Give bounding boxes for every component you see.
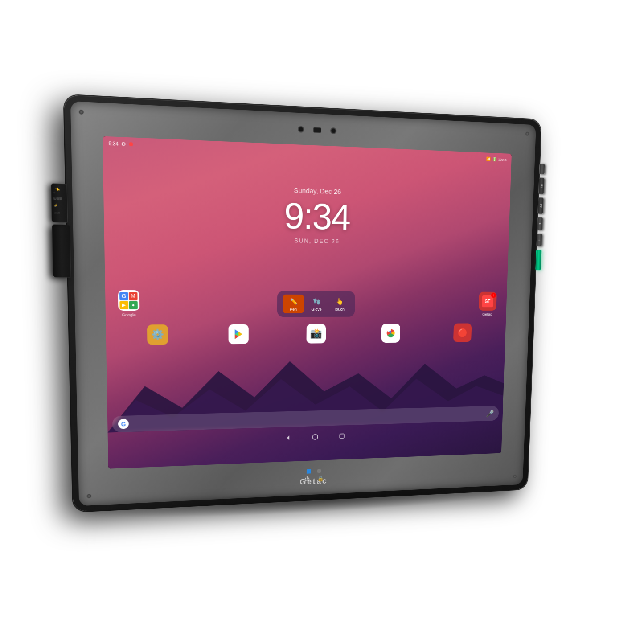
camera-sensor	[313, 127, 321, 133]
glove-label: Glove	[311, 307, 321, 312]
svg-rect-9	[340, 434, 344, 438]
time-display: 9:34	[103, 192, 510, 238]
notification-dot	[129, 142, 133, 146]
volume-up-icon: +	[539, 222, 541, 226]
clock-area: Sunday, Dec 26 9:34 SUN, DEC 26	[103, 180, 510, 247]
screw-tr	[525, 131, 529, 136]
p1-label: P1	[540, 184, 543, 188]
touch-label: Touch	[334, 307, 345, 312]
home-button[interactable]	[310, 432, 320, 442]
port-label-3: ▲	[53, 204, 60, 207]
app5-icon[interactable]: 🔴	[451, 323, 474, 344]
camera-lens	[298, 126, 304, 132]
screw-br	[513, 474, 517, 478]
volume-down-icon: −	[538, 238, 540, 242]
wifi-led	[306, 469, 311, 473]
recents-button[interactable]	[337, 431, 346, 441]
volume-down-button[interactable]: −	[536, 233, 542, 246]
settings-icon: ⚙	[121, 140, 126, 147]
wifi-icon: 📶	[486, 156, 490, 161]
getac-app-label: Getac	[482, 312, 492, 316]
bottom-led-indicators	[306, 468, 321, 473]
photos-app-icon[interactable]: 📸	[304, 324, 328, 345]
tablet-bezel: 9:34 ⚙ 📶 🔋 100% Sunday, Dec 26	[70, 101, 536, 506]
port-icons-2: ⏚ HDMI ▲ USB	[53, 190, 60, 214]
google-app-label: Google	[122, 312, 136, 317]
port-label-2: HDMI	[53, 197, 60, 201]
tablet-body: 9:34 ⚙ 📶 🔋 100% Sunday, Dec 26	[64, 94, 541, 511]
pen-label: Pen	[290, 307, 297, 311]
glove-icon: 🧤	[310, 296, 323, 306]
android-screen: 9:34 ⚙ 📶 🔋 100% Sunday, Dec 26	[102, 136, 511, 468]
screen-container: 9:34 ⚙ 📶 🔋 100% Sunday, Dec 26	[102, 136, 511, 468]
battery-percent: 100%	[498, 157, 506, 162]
right-side-buttons: P1 P2 + −	[535, 164, 545, 270]
bottom-indicators: ⏻ 🔒	[304, 475, 324, 482]
status-time: 9:34	[108, 140, 118, 146]
chrome-app-icon[interactable]	[379, 324, 402, 345]
product-scene: 9:34 ⚙ 📶 🔋 100% Sunday, Dec 26	[55, 77, 590, 567]
svg-point-8	[312, 434, 318, 439]
p1-button[interactable]: P1	[538, 177, 544, 194]
svg-marker-7	[287, 435, 289, 440]
google-app-icon[interactable]: G M ▶ ● Google	[115, 290, 142, 317]
svg-marker-5	[238, 332, 242, 336]
port-label-1: ⏚	[53, 190, 60, 193]
touch-mode-button[interactable]: 👆 Touch	[328, 295, 350, 313]
status-right: 📶 🔋 100%	[486, 156, 507, 162]
playstore-app-icon[interactable]	[226, 324, 251, 346]
volume-up-button[interactable]: +	[537, 217, 543, 230]
battery-icon: 🔋	[492, 157, 496, 161]
pen-icon: ✏️	[287, 296, 299, 306]
screw-bl	[86, 493, 91, 498]
status-bar: 9:34 ⚙ 📶 🔋 100%	[102, 136, 511, 166]
settings-app-icon[interactable]: ⚙️	[144, 324, 170, 347]
voice-search-icon[interactable]: 🎤	[486, 409, 494, 417]
google-app-group: G M ▶ ● Google	[115, 290, 142, 317]
touch-icon: 👆	[333, 296, 345, 306]
glove-mode-button[interactable]: 🧤 Glove	[306, 294, 327, 313]
bt-led	[317, 468, 321, 473]
google-g-icon: G	[118, 418, 128, 429]
scan-power-button[interactable]	[535, 250, 541, 270]
front-camera	[298, 126, 336, 134]
input-mode-widget: ✏️ Pen 🧤 Glove 👆 Touch	[277, 291, 355, 317]
pen-mode-button[interactable]: ✏️ Pen	[283, 294, 304, 313]
p2-button[interactable]: P2	[537, 197, 544, 214]
port-cover-2: ⏚ HDMI ▲ USB	[52, 224, 71, 277]
camera-lens-2	[330, 127, 336, 134]
app-row-2: ⚙️ 📸	[115, 323, 498, 347]
status-left: 9:34 ⚙	[108, 140, 133, 147]
power-indicator-icon: ⏻	[304, 476, 309, 482]
port-label-4: USB	[54, 211, 61, 214]
power-button[interactable]	[539, 164, 545, 174]
screw-tl	[78, 109, 84, 115]
lock-indicator-icon: 🔒	[317, 475, 324, 481]
getac-app-icon[interactable]: GT ! Getac	[476, 291, 498, 316]
left-side-ports: ⚡ USB ⚡ ⏚ HDMI ▲ USB	[50, 183, 71, 277]
back-button[interactable]	[283, 433, 293, 443]
apps-area: G M ▶ ● Google	[115, 290, 499, 351]
p2-label: P2	[539, 204, 542, 207]
